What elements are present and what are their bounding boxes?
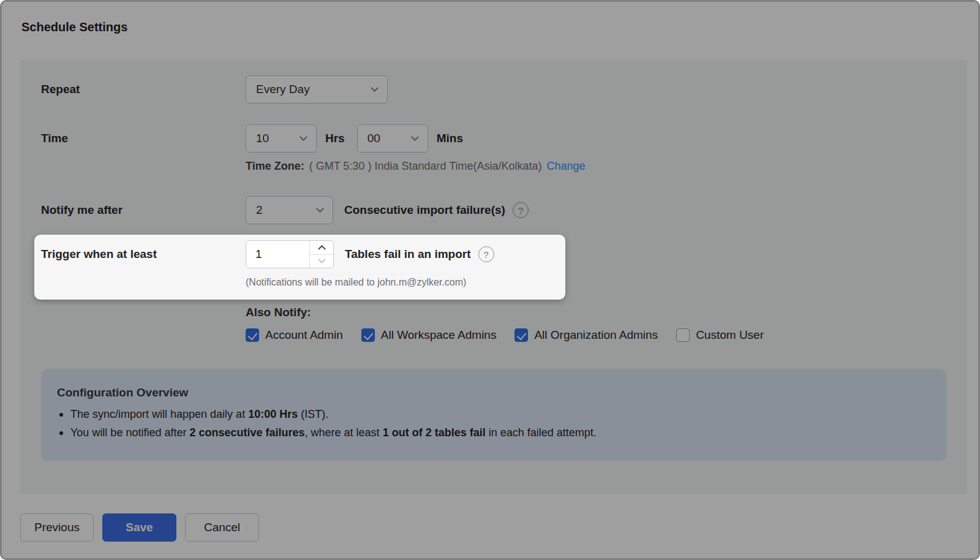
tables-count-stepper <box>309 241 333 268</box>
chevron-down-icon <box>371 84 379 92</box>
repeat-select-value: Every Day <box>256 83 310 96</box>
tables-count-input-group <box>246 240 334 268</box>
chevron-down-icon <box>316 205 324 213</box>
config-bullet-schedule: The sync/import will happen daily at 10:… <box>57 408 930 421</box>
minutes-select-value: 00 <box>368 132 380 145</box>
trigger-label: Trigger when at least <box>41 248 246 261</box>
configuration-overview-box: Configuration Overview The sync/import w… <box>41 369 946 461</box>
chevron-down-icon <box>318 255 326 263</box>
repeat-select[interactable]: Every Day <box>246 75 388 104</box>
also-notify-label: Also Notify: <box>246 306 946 319</box>
checkbox[interactable] <box>361 328 375 342</box>
checkbox-all-workspace-admins[interactable]: All Workspace Admins <box>361 328 497 342</box>
help-icon[interactable]: ? <box>513 202 529 218</box>
checkbox-label: Account Admin <box>265 328 343 342</box>
chevron-up-icon <box>318 245 326 253</box>
hours-select[interactable]: 10 <box>246 124 317 153</box>
save-button[interactable]: Save <box>102 513 176 542</box>
configuration-overview-list: The sync/import will happen daily at 10:… <box>57 408 930 439</box>
page-title: Schedule Settings <box>21 20 127 34</box>
failures-count-select[interactable]: 2 <box>246 196 333 224</box>
hours-unit-label: Hrs <box>325 132 345 145</box>
notify-after-row: Notify me after 2 Consecutive import fai… <box>41 196 946 224</box>
help-icon[interactable]: ? <box>478 246 494 262</box>
checkbox-label: All Workspace Admins <box>381 328 497 342</box>
config-bullet-notification: You will be notified after 2 consecutive… <box>57 426 930 439</box>
footer-actions: Previous Save Cancel <box>20 513 259 542</box>
chevron-down-icon <box>411 133 419 141</box>
timezone-value: ( GMT 5:30 ) India Standard Time(Asia/Ko… <box>309 160 542 173</box>
trigger-row: Trigger when at least Tables fail in an … <box>41 240 565 268</box>
time-row: Time 10 Hrs 00 Mins <box>41 124 946 153</box>
checkbox-custom-user[interactable]: Custom User <box>676 328 764 342</box>
trigger-suffix-label: Tables fail in an import <box>345 248 471 261</box>
repeat-row: Repeat Every Day <box>41 75 946 104</box>
checkbox[interactable] <box>246 328 259 342</box>
previous-button[interactable]: Previous <box>20 513 94 542</box>
trigger-highlight-box: Trigger when at least Tables fail in an … <box>34 235 565 300</box>
checkbox-label: All Organization Admins <box>534 328 658 342</box>
minutes-select[interactable]: 00 <box>357 124 428 153</box>
checkbox-account-admin[interactable]: Account Admin <box>246 328 343 342</box>
schedule-settings-screen: Schedule Settings Repeat Every Day Time … <box>0 0 980 560</box>
notify-after-label: Notify me after <box>41 203 246 217</box>
time-label: Time <box>41 132 246 145</box>
also-notify-options: Account Admin All Workspace Admins All O… <box>246 328 946 342</box>
schedule-settings-panel: Repeat Every Day Time 10 Hrs 00 Mins Tim… <box>20 60 967 494</box>
checkbox[interactable] <box>676 328 690 342</box>
timezone-line: Time Zone: ( GMT 5:30 ) India Standard T… <box>246 160 946 173</box>
failures-suffix-label: Consecutive import failure(s) <box>344 203 505 217</box>
chevron-down-icon <box>300 133 307 141</box>
minutes-unit-label: Mins <box>437 132 463 145</box>
hours-select-value: 10 <box>256 132 269 145</box>
cancel-button[interactable]: Cancel <box>185 513 259 542</box>
failures-count-value: 2 <box>256 203 263 217</box>
tables-count-input[interactable] <box>246 241 309 268</box>
checkbox-all-organization-admins[interactable]: All Organization Admins <box>514 328 658 342</box>
stepper-increment-button[interactable] <box>310 241 333 255</box>
configuration-overview-title: Configuration Overview <box>57 386 930 399</box>
notification-email-note: (Notifications will be mailed to john.m@… <box>246 277 565 288</box>
checkbox-label: Custom User <box>696 328 764 342</box>
stepper-decrement-button[interactable] <box>310 255 333 268</box>
timezone-label: Time Zone: <box>246 160 304 173</box>
checkbox[interactable] <box>514 328 528 342</box>
timezone-change-link[interactable]: Change <box>547 160 586 173</box>
repeat-label: Repeat <box>41 83 246 96</box>
